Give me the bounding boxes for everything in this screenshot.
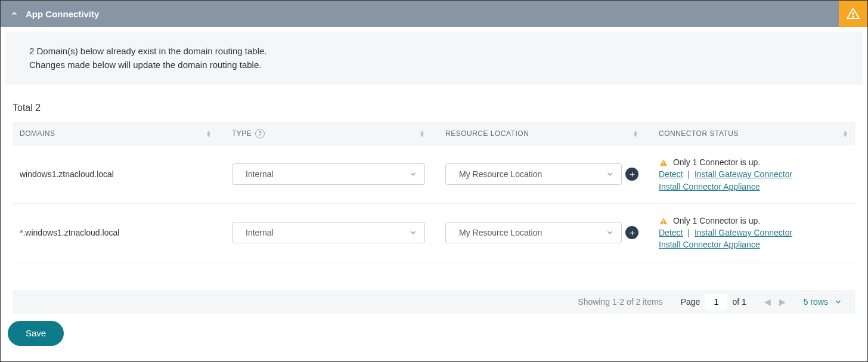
chevron-down-icon (834, 298, 842, 306)
column-header-domains[interactable]: Domains ▲▼ (13, 122, 219, 146)
domain-value: *.windows1.ztnacloud.local (20, 228, 119, 237)
info-line-2: Changes made below will update the domai… (29, 58, 839, 72)
svg-point-5 (663, 165, 664, 165)
sort-icon[interactable]: ▲▼ (633, 130, 638, 137)
column-header-location[interactable]: Resource Location ▲▼ (438, 122, 646, 146)
svg-point-8 (663, 223, 664, 224)
rows-per-page-select[interactable]: 5 rows (804, 297, 842, 307)
page-group: Page of 1 (681, 294, 746, 310)
warning-icon (659, 158, 668, 168)
svg-point-2 (852, 16, 854, 17)
help-icon[interactable]: ? (255, 129, 265, 138)
table-row: *.windows1.ztnacloud.local Internal My R… (13, 204, 855, 262)
sort-icon[interactable]: ▲▼ (206, 130, 212, 137)
table-footer: Showing 1-2 of 2 items Page of 1 ◀ ▶ 5 r… (13, 290, 855, 314)
info-banner: 2 Domain(s) below already exist in the d… (5, 32, 863, 85)
location-select[interactable]: My Resource Location (445, 222, 622, 243)
chevron-down-icon (606, 170, 614, 178)
connector-status: Only 1 Connector is up. Detect | Install… (652, 215, 855, 251)
collapse-chevron-icon[interactable] (10, 10, 18, 18)
type-select[interactable]: Internal (232, 222, 425, 243)
column-header-status[interactable]: Connector Status ▲▼ (652, 122, 855, 146)
detect-link[interactable]: Detect (659, 169, 683, 179)
install-appliance-link[interactable]: Install Connector Appliance (659, 182, 760, 191)
page-input[interactable] (705, 294, 727, 310)
column-header-type[interactable]: Type? ▲▼ (225, 122, 432, 146)
location-select[interactable]: My Resource Location (445, 163, 622, 185)
detect-link[interactable]: Detect (659, 228, 683, 237)
prev-page-button[interactable]: ◀ (764, 297, 771, 307)
total-count: Total 2 (5, 99, 863, 122)
section-header[interactable]: App Connectivity (1, 1, 867, 27)
showing-text: Showing 1-2 of 2 items (578, 297, 662, 307)
add-location-button[interactable]: ＋ (625, 226, 638, 239)
table-row: windows1.ztnacloud.local Internal My Res… (13, 146, 855, 204)
install-appliance-link[interactable]: Install Connector Appliance (659, 240, 760, 249)
type-select[interactable]: Internal (232, 163, 425, 185)
section-title: App Connectivity (26, 9, 99, 19)
install-gateway-link[interactable]: Install Gateway Connector (695, 169, 792, 179)
table-header-row: Domains ▲▼ Type? ▲▼ Resource Location ▲▼… (13, 122, 855, 146)
chevron-down-icon (409, 228, 417, 237)
sort-icon[interactable]: ▲▼ (420, 130, 425, 137)
save-button[interactable]: Save (8, 321, 64, 346)
next-page-button[interactable]: ▶ (779, 297, 786, 307)
connector-status: Only 1 Connector is up. Detect | Install… (652, 156, 855, 193)
sort-icon[interactable]: ▲▼ (843, 130, 848, 137)
header-warning-badge[interactable] (839, 1, 867, 27)
info-line-1: 2 Domain(s) below already exist in the d… (29, 45, 839, 58)
chevron-down-icon (409, 170, 417, 178)
domain-value: windows1.ztnacloud.local (20, 169, 114, 179)
chevron-down-icon (606, 228, 614, 237)
add-location-button[interactable]: ＋ (625, 168, 638, 181)
warning-icon (659, 216, 668, 226)
install-gateway-link[interactable]: Install Gateway Connector (695, 228, 792, 237)
